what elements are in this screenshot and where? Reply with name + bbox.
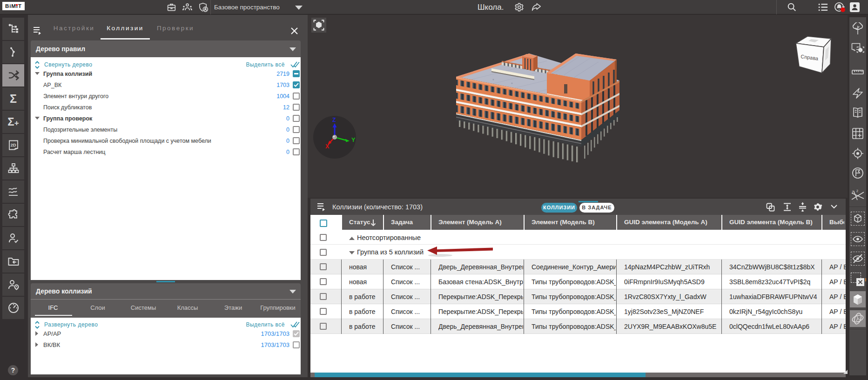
svg-text:2D: 2D xyxy=(10,142,16,147)
svg-text:Y: Y xyxy=(351,137,356,143)
svg-text:2: 2 xyxy=(856,189,858,193)
svg-text:X: X xyxy=(325,143,330,150)
svg-text:1: 1 xyxy=(852,190,854,193)
svg-text:Z: Z xyxy=(332,117,336,123)
